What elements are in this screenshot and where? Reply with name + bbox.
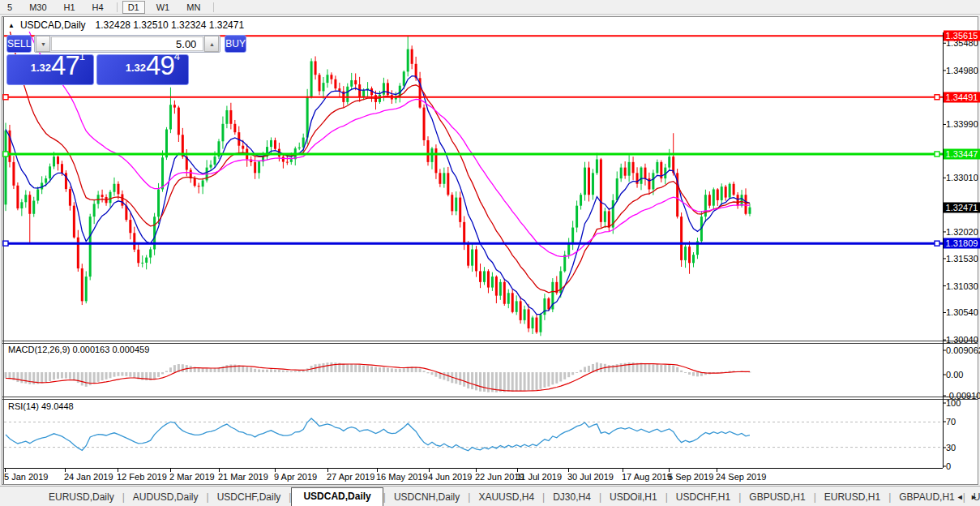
rsi-scale-label: 30 (946, 443, 956, 452)
price-axis-label: 1.30540 (946, 307, 978, 317)
macd-indicator-label: MACD(12,26,9) 0.000163 0.000459 (8, 345, 149, 354)
candle (640, 168, 642, 184)
candle (471, 249, 473, 265)
volume-input[interactable] (51, 36, 203, 51)
candle (479, 271, 481, 281)
candle (286, 162, 289, 163)
hline-handle[interactable] (935, 95, 939, 100)
candle (567, 244, 570, 255)
sell-price-box[interactable]: 1.32471 (6, 54, 94, 85)
candle (407, 49, 409, 72)
candle (32, 200, 35, 213)
candle (387, 83, 389, 95)
candle (411, 49, 413, 64)
candle (668, 157, 670, 167)
tab-scroll-left-icon[interactable]: ◄ (956, 493, 964, 501)
volume-increase-button[interactable]: ▲ (204, 36, 219, 52)
window-collapse-icon[interactable]: ▲ (8, 22, 15, 29)
candle (616, 178, 618, 200)
candle (229, 110, 232, 124)
chart-tab-usdchf-daily[interactable]: USDCHF,Daily (209, 489, 289, 506)
candle (233, 124, 236, 132)
candle (113, 184, 115, 192)
price-axis-label: 1.31030 (946, 281, 978, 291)
chevron-down-icon: ▼ (41, 41, 46, 47)
price-level-badge: 1.35615 (944, 31, 980, 41)
candle (503, 282, 506, 304)
timeframe-button-h1[interactable]: H1 (58, 1, 81, 14)
candle (225, 110, 228, 124)
candle (61, 164, 63, 173)
candle (77, 238, 79, 268)
candle (12, 162, 15, 186)
timeframe-button-d1[interactable]: D1 (122, 1, 145, 14)
buy-price-small: 1.32 (126, 62, 146, 74)
hline-handle[interactable] (935, 152, 939, 157)
candle (507, 293, 510, 303)
candle (547, 298, 550, 309)
chart-tab-dj30-h4[interactable]: DJ30,H4 (545, 489, 599, 506)
chart-tab-eurusd-daily[interactable]: EURUSD,Daily (41, 489, 122, 506)
toolbar-separator (117, 2, 118, 12)
candle (721, 187, 723, 200)
candle (596, 160, 598, 174)
candle (290, 159, 293, 162)
candle (427, 140, 430, 162)
timeframe-button-h4[interactable]: H4 (87, 1, 109, 14)
candle (624, 168, 627, 176)
sell-price-big: 47 (51, 50, 79, 80)
buy-button[interactable]: BUY (225, 35, 246, 53)
sell-button[interactable]: SELL (6, 35, 32, 53)
hline-handle[interactable] (3, 241, 8, 246)
candle (403, 71, 405, 85)
candle (729, 184, 731, 198)
tab-scroll-right-icon[interactable]: ► (970, 493, 978, 501)
hline-handle[interactable] (3, 95, 8, 100)
candle (644, 168, 646, 178)
hline-handle[interactable] (935, 241, 939, 246)
candle (745, 195, 747, 214)
date-axis-label: 21 Mar 2019 (218, 472, 268, 482)
candle (274, 140, 276, 149)
date-axis-label: 2 Mar 2019 (169, 472, 215, 482)
candle (306, 96, 309, 137)
chart-tab-usdoil-h1[interactable]: USDOil,H1 (601, 489, 665, 506)
toolbar-separator (213, 2, 214, 12)
chart-tab-usdcad-daily[interactable]: USDCAD,Daily (291, 487, 383, 506)
candle (93, 204, 96, 217)
candle (161, 157, 164, 189)
timeframe-button-mn[interactable]: MN (181, 1, 206, 14)
candle (141, 263, 143, 264)
candle (584, 168, 586, 195)
candle (282, 157, 285, 161)
one-click-trade-panel: SELL ▼ ▲ BUY 1.32471 1.32494 (6, 35, 189, 85)
candle (467, 244, 469, 266)
candle (69, 189, 71, 206)
candle (178, 108, 180, 135)
timeframe-button-w1[interactable]: W1 (151, 1, 176, 14)
volume-decrease-button[interactable]: ▼ (36, 36, 50, 52)
candle (362, 90, 365, 96)
candle (495, 277, 498, 296)
sell-price-sup: 1 (79, 50, 85, 62)
candle (242, 146, 244, 149)
buy-price-box[interactable]: 1.32494 (96, 54, 189, 85)
date-axis-label: 16 May 2019 (376, 472, 428, 482)
timeframe-button-5[interactable]: 5 (2, 1, 18, 14)
chart-tab-usdcnh-daily[interactable]: USDCNH,Daily (386, 489, 468, 506)
chart-tab-xauusd-h4[interactable]: XAUUSD,H4 (470, 489, 542, 506)
candle (330, 75, 332, 79)
candle (563, 255, 566, 271)
hline-handle[interactable] (3, 152, 8, 157)
chart-title-symbol: USDCAD,Daily (20, 19, 86, 31)
timeframe-button-m30[interactable]: M30 (24, 1, 52, 14)
candle (632, 162, 635, 173)
candle (588, 168, 590, 195)
chart-tab-usdchf-h1[interactable]: USDCHF,H1 (668, 489, 738, 506)
date-axis-label: 4 Jun 2019 (428, 472, 472, 482)
chart-tab-audusd-daily[interactable]: AUDUSD,Daily (125, 489, 207, 506)
chart-tab-eurusd-h1[interactable]: EURUSD,H1 (816, 489, 888, 506)
chart-tab-gbpusd-h1[interactable]: GBPUSD,H1 (741, 489, 813, 506)
candle (137, 250, 139, 264)
candle (24, 195, 27, 202)
